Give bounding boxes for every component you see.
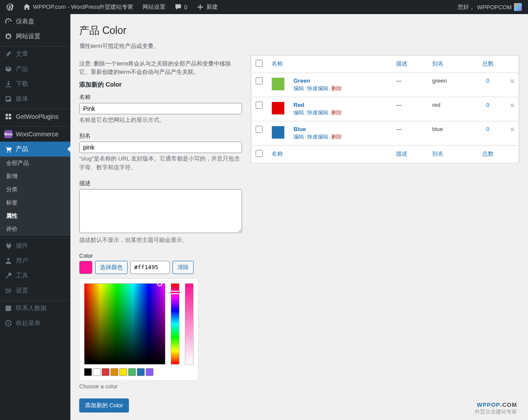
submenu-tags[interactable]: 标签: [0, 196, 70, 209]
col-name[interactable]: 名称: [267, 55, 392, 73]
menu-dashboard[interactable]: 仪表盘: [0, 14, 70, 29]
terms-table: 名称 描述 别名 总数 Green编辑|快速编辑|删除—green0≡Red编辑…: [251, 55, 519, 163]
site-name: WPPOP.com - WordPress外贸建站专家: [33, 3, 134, 11]
contacts-icon: [4, 304, 12, 312]
select-all-checkbox[interactable]: [256, 60, 263, 67]
row-slug: red: [428, 97, 469, 121]
menu-site-settings[interactable]: 网站设置: [0, 29, 70, 44]
col-desc[interactable]: 描述: [392, 55, 428, 73]
submenu-categories[interactable]: 分类: [0, 183, 70, 196]
svg-point-2: [7, 258, 9, 260]
row-count[interactable]: 0: [486, 126, 489, 132]
hue-handle[interactable]: [169, 291, 181, 294]
clear-color-button[interactable]: 清除: [172, 261, 194, 274]
color-hex-input[interactable]: [130, 261, 170, 274]
menu-posts[interactable]: 文章: [0, 47, 70, 62]
plug-icon: [4, 242, 12, 250]
preset-swatch[interactable]: [93, 368, 101, 376]
table-row: Green编辑|快速编辑|删除—green0≡: [251, 73, 519, 97]
menu-tools[interactable]: 工具: [0, 268, 70, 283]
row-checkbox[interactable]: [256, 77, 263, 84]
name-input[interactable]: [79, 103, 242, 114]
row-checkbox[interactable]: [256, 102, 263, 109]
row-delete[interactable]: 删除: [331, 110, 342, 116]
account-link[interactable]: 您好，WPPOPCOM: [455, 0, 524, 14]
submenu-attributes[interactable]: 属性: [0, 209, 70, 223]
name-help: 名称是它在您网站上的显示方式。: [79, 116, 242, 124]
row-quick-edit[interactable]: 快速编辑: [307, 134, 328, 140]
menu-contacts[interactable]: 联系人数据: [0, 301, 70, 316]
row-delete[interactable]: 删除: [331, 134, 342, 140]
preset-swatch[interactable]: [119, 368, 127, 376]
hue-slider[interactable]: [171, 283, 180, 365]
row-slug: green: [428, 73, 469, 97]
site-name-link[interactable]: WPPOP.com - WordPress外贸建站专家: [20, 0, 136, 14]
comments-link[interactable]: 0: [172, 0, 190, 14]
new-link[interactable]: 新建: [194, 0, 220, 14]
row-desc: —: [392, 73, 428, 97]
slug-input[interactable]: [79, 142, 242, 153]
menu-media[interactable]: 媒体: [0, 91, 70, 106]
row-edit[interactable]: 编辑: [293, 110, 304, 116]
row-edit[interactable]: 编辑: [293, 134, 304, 140]
preset-swatch[interactable]: [128, 368, 136, 376]
drag-handle-icon[interactable]: ≡: [510, 77, 514, 85]
pin-icon: [4, 50, 12, 58]
row-name-link[interactable]: Green: [293, 77, 310, 84]
add-new-heading: 添加新的 Color: [79, 81, 242, 89]
preset-swatch[interactable]: [102, 368, 110, 376]
desc-input[interactable]: [79, 189, 242, 233]
box-icon: [4, 65, 12, 73]
preset-swatch[interactable]: [84, 368, 92, 376]
product-icon: [4, 145, 12, 153]
menu-products[interactable]: 产品: [0, 142, 70, 157]
new-label: 新建: [206, 3, 218, 11]
preset-swatch[interactable]: [146, 368, 154, 376]
row-quick-edit[interactable]: 快速编辑: [307, 85, 328, 91]
wp-logo[interactable]: [4, 0, 17, 14]
submenu-add[interactable]: 新增: [0, 170, 70, 183]
wrench-icon: [4, 272, 12, 280]
row-checkbox[interactable]: [256, 126, 263, 133]
site-settings-top[interactable]: 网站设置: [140, 0, 168, 14]
preset-swatch[interactable]: [137, 368, 145, 376]
saturation-handle[interactable]: [157, 281, 162, 286]
menu-users[interactable]: 用户: [0, 253, 70, 268]
collapse-icon: [4, 319, 12, 327]
desc-help: 描述默认不显示，但某些主题可能会显示。: [79, 236, 242, 245]
menu-settings[interactable]: 设置: [0, 283, 70, 298]
submenu-all-products[interactable]: 全部产品: [0, 157, 70, 170]
drag-handle-icon[interactable]: ≡: [510, 126, 514, 133]
admin-sidebar: 仪表盘 网站设置 文章 产品 下载 媒体 GetWooPlugins WooWo…: [0, 14, 70, 420]
row-name-link[interactable]: Blue: [293, 126, 306, 132]
row-slug: blue: [428, 121, 469, 145]
row-edit[interactable]: 编辑: [293, 85, 304, 91]
select-all-checkbox-foot[interactable]: [256, 150, 263, 157]
row-name-link[interactable]: Red: [293, 102, 304, 108]
row-count[interactable]: 0: [486, 77, 489, 84]
dashboard-icon: [4, 18, 12, 26]
row-delete[interactable]: 删除: [331, 85, 342, 91]
row-quick-edit[interactable]: 快速编辑: [307, 110, 328, 116]
menu-collapse[interactable]: 收起菜单: [0, 316, 70, 331]
alpha-slider[interactable]: [185, 283, 194, 365]
col-slug[interactable]: 别名: [428, 55, 469, 73]
submenu-reviews[interactable]: 评价: [0, 223, 70, 236]
menu-woocommerce[interactable]: WooWooCommerce: [0, 127, 70, 142]
watermark: WPPOP.COM 外贸企业建站专家: [475, 402, 517, 416]
menu-products-cpt[interactable]: 产品: [0, 62, 70, 77]
woo-icon: Woo: [4, 130, 12, 138]
home-icon: [23, 3, 31, 11]
wordpress-icon: [6, 3, 14, 11]
saturation-area[interactable]: [84, 283, 165, 365]
row-desc: —: [392, 121, 428, 145]
col-count[interactable]: 总数: [469, 55, 506, 73]
menu-plugins[interactable]: 插件: [0, 238, 70, 253]
menu-getwooplugins[interactable]: GetWooPlugins: [0, 109, 70, 124]
menu-downloads[interactable]: 下载: [0, 77, 70, 91]
submit-button[interactable]: 添加新的 Color: [79, 398, 129, 413]
pick-color-button[interactable]: 选择颜色: [95, 261, 128, 274]
drag-handle-icon[interactable]: ≡: [510, 102, 514, 109]
preset-swatch[interactable]: [110, 368, 118, 376]
row-count[interactable]: 0: [486, 102, 489, 108]
